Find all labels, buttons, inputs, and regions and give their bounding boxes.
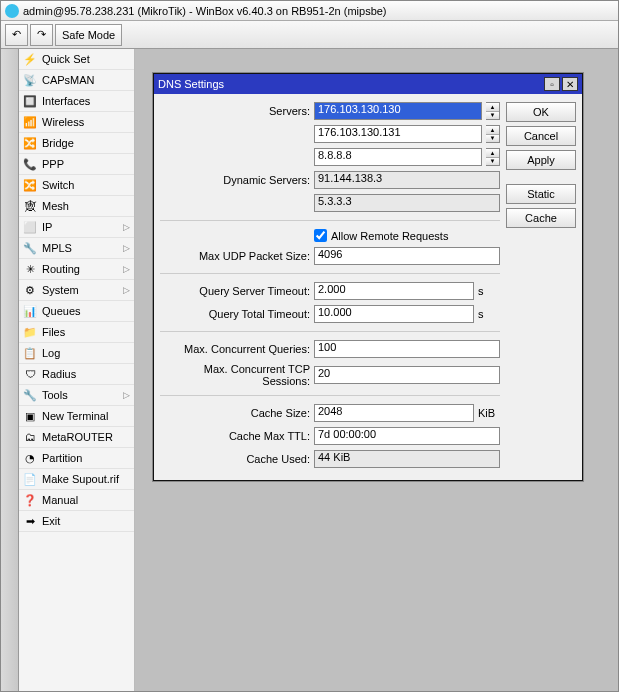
sidebar-item-bridge[interactable]: 🔀Bridge	[19, 133, 134, 154]
sidebar: ⚡Quick Set📡CAPsMAN🔲Interfaces📶Wireless🔀B…	[19, 49, 135, 691]
sidebar-item-label: Make Supout.rif	[42, 473, 119, 485]
sidebar-item-files[interactable]: 📁Files	[19, 322, 134, 343]
sidebar-item-radius[interactable]: 🛡Radius	[19, 364, 134, 385]
sidebar-item-label: Tools	[42, 389, 68, 401]
cache-max-ttl-input[interactable]: 7d 00:00:00	[314, 427, 500, 445]
sidebar-item-label: PPP	[42, 158, 64, 170]
max-concurrent-queries-input[interactable]: 100	[314, 340, 500, 358]
sidebar-icon: 🔧	[23, 241, 37, 255]
server2-spinner[interactable]: ▲▼	[486, 125, 500, 143]
max-udp-input[interactable]: 4096	[314, 247, 500, 265]
sidebar-item-tools[interactable]: 🔧Tools▷	[19, 385, 134, 406]
sidebar-icon: 📋	[23, 346, 37, 360]
allow-remote-label: Allow Remote Requests	[331, 230, 448, 242]
sidebar-item-make-supout-rif[interactable]: 📄Make Supout.rif	[19, 469, 134, 490]
servers-label: Servers:	[160, 105, 310, 117]
close-icon[interactable]: ✕	[562, 77, 578, 91]
sidebar-item-ppp[interactable]: 📞PPP	[19, 154, 134, 175]
sidebar-item-new-terminal[interactable]: ▣New Terminal	[19, 406, 134, 427]
sidebar-item-label: New Terminal	[42, 410, 108, 422]
sidebar-item-label: CAPsMAN	[42, 74, 95, 86]
server3-input[interactable]: 8.8.8.8	[314, 148, 482, 166]
sidebar-item-metarouter[interactable]: 🗂MetaROUTER	[19, 427, 134, 448]
dyn1-input: 91.144.138.3	[314, 171, 500, 189]
sidebar-item-routing[interactable]: ✳Routing▷	[19, 259, 134, 280]
sidebar-item-mpls[interactable]: 🔧MPLS▷	[19, 238, 134, 259]
server1-spinner[interactable]: ▲▼	[486, 102, 500, 120]
static-button[interactable]: Static	[506, 184, 576, 204]
chevron-right-icon: ▷	[123, 264, 130, 274]
dialog-titlebar[interactable]: DNS Settings ▫ ✕	[154, 74, 582, 94]
sidebar-icon: 🛡	[23, 367, 37, 381]
sidebar-icon: ⚡	[23, 52, 37, 66]
sidebar-item-manual[interactable]: ❓Manual	[19, 490, 134, 511]
sidebar-item-capsman[interactable]: 📡CAPsMAN	[19, 70, 134, 91]
sidebar-item-label: Bridge	[42, 137, 74, 149]
sidebar-item-quick-set[interactable]: ⚡Quick Set	[19, 49, 134, 70]
sidebar-item-label: MPLS	[42, 242, 72, 254]
chevron-right-icon: ▷	[123, 390, 130, 400]
main-area: DNS Settings ▫ ✕ Servers: 176.103.130.13…	[135, 49, 618, 691]
sidebar-item-partition[interactable]: ◔Partition	[19, 448, 134, 469]
sidebar-item-switch[interactable]: 🔀Switch	[19, 175, 134, 196]
sidebar-item-mesh[interactable]: 🕸Mesh	[19, 196, 134, 217]
sidebar-icon: 🔀	[23, 178, 37, 192]
sidebar-item-system[interactable]: ⚙System▷	[19, 280, 134, 301]
sidebar-icon: 🗂	[23, 430, 37, 444]
window-title: admin@95.78.238.231 (MikroTik) - WinBox …	[23, 5, 387, 17]
sidebar-item-ip[interactable]: ⬜IP▷	[19, 217, 134, 238]
sidebar-item-label: Queues	[42, 305, 81, 317]
cache-max-ttl-label: Cache Max TTL:	[160, 430, 310, 442]
sidebar-icon: 🔧	[23, 388, 37, 402]
sidebar-item-label: Switch	[42, 179, 74, 191]
sidebar-icon: 🔀	[23, 136, 37, 150]
sidebar-item-label: Quick Set	[42, 53, 90, 65]
cache-size-input[interactable]: 2048	[314, 404, 474, 422]
max-concurrent-queries-label: Max. Concurrent Queries:	[160, 343, 310, 355]
server3-spinner[interactable]: ▲▼	[486, 148, 500, 166]
sidebar-icon: 📄	[23, 472, 37, 486]
server1-input[interactable]: 176.103.130.130	[314, 102, 482, 120]
sidebar-item-label: Exit	[42, 515, 60, 527]
sidebar-icon: ◔	[23, 451, 37, 465]
undo-button[interactable]: ↶	[5, 24, 28, 46]
apply-button[interactable]: Apply	[506, 150, 576, 170]
sidebar-icon: 🔲	[23, 94, 37, 108]
dyn2-input: 5.3.3.3	[314, 194, 500, 212]
sidebar-item-label: Routing	[42, 263, 80, 275]
cancel-button[interactable]: Cancel	[506, 126, 576, 146]
left-rail	[1, 49, 19, 691]
allow-remote-checkbox[interactable]	[314, 229, 327, 242]
sidebar-item-log[interactable]: 📋Log	[19, 343, 134, 364]
sidebar-item-queues[interactable]: 📊Queues	[19, 301, 134, 322]
unit-s: s	[478, 308, 500, 320]
sidebar-icon: ✳	[23, 262, 37, 276]
minimize-icon[interactable]: ▫	[544, 77, 560, 91]
query-server-timeout-input[interactable]: 2.000	[314, 282, 474, 300]
sidebar-icon: ➡	[23, 514, 37, 528]
max-udp-label: Max UDP Packet Size:	[160, 250, 310, 262]
sidebar-icon: 📡	[23, 73, 37, 87]
cache-size-label: Cache Size:	[160, 407, 310, 419]
cache-button[interactable]: Cache	[506, 208, 576, 228]
ok-button[interactable]: OK	[506, 102, 576, 122]
cache-used-value: 44 KiB	[314, 450, 500, 468]
server2-input[interactable]: 176.103.130.131	[314, 125, 482, 143]
chevron-right-icon: ▷	[123, 243, 130, 253]
query-total-timeout-input[interactable]: 10.000	[314, 305, 474, 323]
sidebar-item-wireless[interactable]: 📶Wireless	[19, 112, 134, 133]
sidebar-item-label: Log	[42, 347, 60, 359]
sidebar-item-label: Manual	[42, 494, 78, 506]
sidebar-icon: 📶	[23, 115, 37, 129]
query-total-timeout-label: Query Total Timeout:	[160, 308, 310, 320]
dns-settings-dialog: DNS Settings ▫ ✕ Servers: 176.103.130.13…	[153, 73, 583, 481]
titlebar: admin@95.78.238.231 (MikroTik) - WinBox …	[1, 1, 618, 21]
redo-button[interactable]: ↷	[30, 24, 53, 46]
safe-mode-button[interactable]: Safe Mode	[55, 24, 122, 46]
sidebar-item-exit[interactable]: ➡Exit	[19, 511, 134, 532]
sidebar-item-label: Mesh	[42, 200, 69, 212]
max-concurrent-tcp-input[interactable]: 20	[314, 366, 500, 384]
sidebar-icon: ⚙	[23, 283, 37, 297]
app-icon	[5, 4, 19, 18]
sidebar-item-interfaces[interactable]: 🔲Interfaces	[19, 91, 134, 112]
